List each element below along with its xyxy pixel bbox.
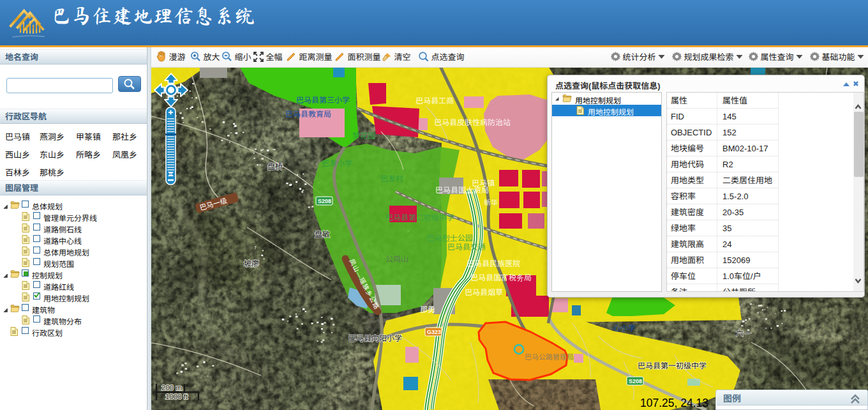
svg-text:巴马县第二初级中学: 巴马县第二初级中学 <box>385 211 454 222</box>
svg-text:巴马公路管理局: 巴马公路管理局 <box>525 351 574 361</box>
svg-text:巴马县第三小学: 巴马县第三小学 <box>296 94 350 105</box>
svg-text:巴马县国土资局: 巴马县国土资局 <box>435 184 489 195</box>
svg-text:200 m: 200 m <box>161 384 182 391</box>
svg-text:巴马县向阳小学: 巴马县向阳小学 <box>348 332 402 343</box>
svg-text:巴马县教育局: 巴马县教育局 <box>285 108 331 119</box>
svg-text:巴马县烟草: 巴马县烟草 <box>465 286 503 297</box>
svg-text:那勇: 那勇 <box>420 303 435 314</box>
svg-text:巴马县交通: 巴马县交通 <box>447 241 486 252</box>
svg-text:新华: 新华 <box>484 197 498 207</box>
svg-text:S208: S208 <box>318 198 331 204</box>
svg-text:巴发村: 巴发村 <box>380 172 403 183</box>
svg-text:坡廖: 坡廖 <box>244 257 259 268</box>
svg-text:六一: 六一 <box>736 327 751 338</box>
svg-text:巴马县国富税务局: 巴马县国富税务局 <box>470 271 532 282</box>
svg-text:S208: S208 <box>629 378 642 384</box>
svg-text:盘敏: 盘敏 <box>315 228 330 239</box>
svg-text:心小学: 心小学 <box>613 322 636 333</box>
svg-text:1000 ft: 1000 ft <box>165 393 188 400</box>
svg-text:G323: G323 <box>427 329 441 335</box>
svg-text:公鸡山: 公鸡山 <box>385 253 408 264</box>
svg-text:梦花园: 梦花园 <box>352 130 375 140</box>
svg-text:巴马县工商: 巴马县工商 <box>415 95 454 105</box>
svg-text:巴马县民族医院: 巴马县民族医院 <box>467 257 520 268</box>
svg-text:盘桥: 盘桥 <box>267 160 283 171</box>
svg-text:巴马县皮肤性病防治站: 巴马县皮肤性病防治站 <box>434 116 511 127</box>
svg-text:巴马县第一初级中学: 巴马县第一初级中学 <box>638 360 707 370</box>
svg-text:巴发小学: 巴发小学 <box>322 157 352 168</box>
